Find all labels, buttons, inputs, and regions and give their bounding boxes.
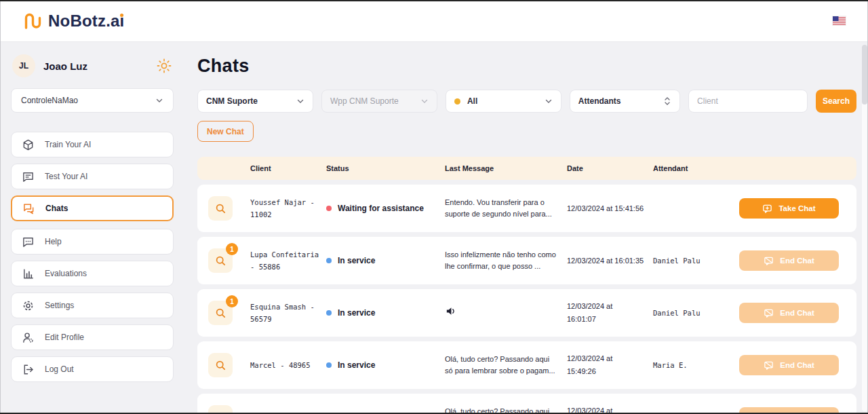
sidebar-item-edit-profile[interactable]: Edit Profile [11, 324, 174, 350]
status-dot [326, 206, 332, 211]
chats-icon [22, 202, 35, 215]
status-filter-dot [454, 98, 460, 105]
end-chat-button[interactable]: End Chat [739, 355, 839, 375]
last-message-cell: Olá, tudo certo? Passando aqui só para l… [445, 354, 567, 377]
connection-select[interactable]: CNM Suporte [197, 90, 313, 113]
last-message-cell [445, 305, 567, 320]
sidebar: JL Joao Luz ControleNaMao [1, 42, 184, 413]
status-label: In service [338, 308, 375, 318]
top-header: NoBotz.ai [1, 0, 867, 42]
app-window: NoBotz.ai JL Joao Luz [0, 0, 868, 414]
sidebar-item-help[interactable]: Help [11, 229, 174, 255]
logo-text: NoBotz.ai [48, 12, 124, 31]
attendant-cell: Daniel Palu [653, 255, 739, 267]
open-chat-search-icon[interactable] [208, 196, 233, 221]
column-header-attendant: Attendant [653, 164, 739, 172]
client-cell: Youssef Najar - 11002 [250, 196, 326, 221]
chevron-down-icon [420, 97, 429, 105]
table-row: Marcel - 48965 In service Olá, tudo cert… [197, 341, 856, 389]
sidebar-item-label: Train Your AI [45, 140, 91, 149]
status-cell: In service [326, 360, 445, 370]
chevron-down-icon [155, 96, 163, 105]
us-flag-icon[interactable] [833, 16, 846, 25]
status-label: Waiting for assistance [338, 204, 424, 213]
help-bubble-icon [22, 236, 35, 248]
cube-icon [22, 138, 35, 151]
vertical-scrollbar[interactable] [862, 45, 867, 411]
attendant-cell: Daniel Palu [653, 307, 739, 319]
sidebar-item-label: Settings [45, 301, 74, 310]
end-chat-button[interactable]: End Chat [739, 250, 839, 271]
status-filter-value: All [467, 96, 477, 106]
nobotz-logo-icon [22, 11, 43, 31]
sidebar-item-label: Chats [45, 204, 68, 213]
workspace-select[interactable]: ControleNaMao [11, 88, 174, 113]
attendant-cell: Maria E. [653, 359, 739, 371]
attendants-select[interactable]: Attendants [570, 90, 680, 113]
sidebar-item-test-your-ai[interactable]: Test Your AI [11, 164, 174, 189]
client-search-input[interactable] [688, 90, 808, 113]
status-label: In service [338, 256, 375, 265]
attendants-value: Attendants [578, 96, 621, 106]
date-cell: 12/03/2024 at 15:49:26 [567, 352, 627, 377]
open-chat-search-icon[interactable] [208, 353, 233, 377]
unread-badge: 1 [226, 295, 238, 307]
chat-off-icon [764, 256, 774, 266]
client-cell: Lupa Confeitaria - 55886 [250, 248, 326, 274]
last-message-cell: Entendo. Vou transferir para o suporte d… [445, 197, 567, 220]
user-row: JL Joao Luz [11, 42, 174, 88]
table-header-row: Client Status Last Message Date Attendan… [197, 157, 856, 180]
status-label: In service [338, 360, 375, 370]
status-cell: In service [326, 308, 445, 318]
filter-bar: CNM Suporte Wpp CNM Suporte All Attendan… [197, 90, 856, 113]
status-dot [326, 310, 332, 316]
status-dot [326, 362, 332, 368]
logout-icon [22, 363, 35, 376]
table-row: Damiana - 51832 In service Olá, tudo cer… [197, 394, 856, 414]
table-row: 1 Lupa Confeitaria - 55886 In service Is… [197, 237, 856, 284]
date-cell: 12/03/2024 at 15:41:56 [567, 202, 653, 215]
sidebar-item-train-your-ai[interactable]: Train Your AI [11, 132, 174, 157]
column-header-client: Client [250, 164, 326, 172]
last-message-cell: Isso infelizmente não tenho como lhe con… [445, 249, 567, 272]
search-button[interactable]: Search [816, 90, 856, 113]
status-filter-select[interactable]: All [446, 90, 561, 113]
table-row: 1 Esquina Smash - 56579 In service 12/03… [197, 289, 856, 337]
date-cell: 12/03/2024 at 16:01:35 [567, 255, 653, 267]
client-cell: Esquina Smash - 56579 [250, 301, 326, 326]
sidebar-item-label: Edit Profile [45, 333, 84, 342]
page-title: Chats [197, 56, 867, 77]
chat-plus-icon [762, 204, 772, 214]
client-cell: Marcel - 48965 [250, 359, 326, 371]
chat-lines-icon [22, 170, 35, 183]
status-cell: Waiting for assistance [326, 204, 445, 213]
take-chat-button[interactable]: Take Chat [739, 198, 839, 219]
status-dot [326, 258, 332, 263]
theme-sun-icon[interactable] [156, 58, 172, 74]
channel-select[interactable]: Wpp CNM Suporte [321, 90, 437, 113]
sidebar-item-evaluations[interactable]: Evaluations [11, 261, 174, 286]
column-header-status: Status [326, 164, 445, 172]
column-header-last-message: Last Message [445, 164, 567, 172]
channel-value: Wpp CNM Suporte [330, 96, 399, 106]
audio-message-icon [445, 305, 456, 317]
sidebar-item-settings[interactable]: Settings [11, 293, 174, 318]
new-chat-button[interactable]: New Chat [197, 121, 254, 142]
chevron-down-icon [545, 97, 553, 105]
unread-badge: 1 [226, 243, 238, 255]
scrollbar-thumb[interactable] [862, 45, 867, 105]
chevron-up-down-icon [663, 96, 671, 106]
sidebar-item-chats[interactable]: Chats [11, 195, 174, 221]
chevron-down-icon [296, 97, 304, 105]
chat-off-icon [764, 308, 774, 318]
status-cell: In service [326, 256, 445, 265]
end-chat-button[interactable]: End Chat [739, 303, 839, 323]
sidebar-item-log-out[interactable]: Log Out [11, 356, 174, 382]
table-row: Youssef Najar - 11002 Waiting for assist… [197, 185, 856, 232]
main-content: Chats CNM Suporte Wpp CNM Suporte All [184, 42, 867, 413]
workspace-value: ControleNaMao [21, 96, 78, 105]
column-header-date: Date [567, 164, 653, 172]
avatar: JL [12, 54, 35, 77]
connection-value: CNM Suporte [206, 96, 258, 106]
gear-icon [22, 299, 35, 312]
